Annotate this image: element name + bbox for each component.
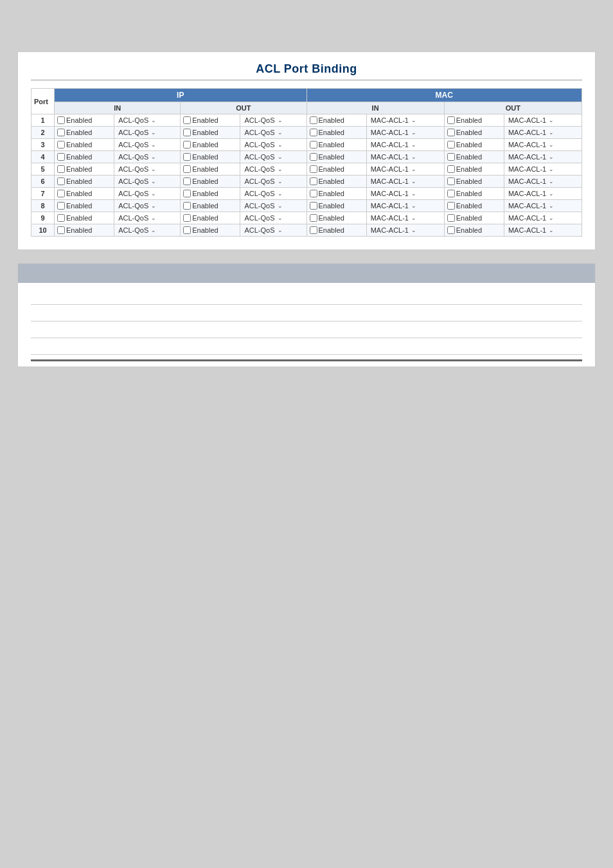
enabled-checkbox[interactable] [183,214,191,222]
acl-enabled-cell: Enabled [306,151,366,163]
dropdown-icon[interactable]: ⌄ [278,154,283,160]
dropdown-icon[interactable]: ⌄ [151,117,156,123]
dropdown-icon[interactable]: ⌄ [549,129,554,136]
bottom-line-3 [31,321,582,338]
dropdown-icon[interactable]: ⌄ [411,129,416,136]
dropdown-icon[interactable]: ⌄ [151,129,156,136]
dropdown-icon[interactable]: ⌄ [278,190,283,197]
enabled-checkbox[interactable] [57,141,65,149]
dropdown-icon[interactable]: ⌄ [549,227,554,233]
dropdown-icon[interactable]: ⌄ [151,203,156,209]
enabled-checkbox[interactable] [310,116,317,124]
enabled-checkbox[interactable] [57,153,65,161]
enabled-checkbox[interactable] [57,165,65,173]
th-mac-in: IN [306,102,444,114]
dropdown-icon[interactable]: ⌄ [411,141,416,148]
dropdown-icon[interactable]: ⌄ [278,117,283,123]
enabled-checkbox[interactable] [310,141,317,149]
enabled-checkbox[interactable] [447,116,455,124]
enabled-checkbox[interactable] [57,214,65,222]
dropdown-icon[interactable]: ⌄ [278,141,283,148]
enabled-checkbox[interactable] [183,177,191,185]
enabled-checkbox[interactable] [447,190,455,197]
enabled-checkbox[interactable] [183,202,191,210]
dropdown-icon[interactable]: ⌄ [151,154,156,160]
enabled-checkbox[interactable] [57,177,65,185]
dropdown-icon[interactable]: ⌄ [549,141,554,148]
enabled-checkbox[interactable] [447,177,455,185]
enabled-checkbox[interactable] [447,141,455,149]
acl-name-label: MAC-ACL-1 [371,129,409,136]
dropdown-icon[interactable]: ⌄ [151,178,156,185]
dropdown-icon[interactable]: ⌄ [411,215,416,221]
enabled-checkbox[interactable] [57,129,65,136]
acl-name-label: MAC-ACL-1 [371,202,409,210]
dropdown-icon[interactable]: ⌄ [411,203,416,209]
enabled-checkbox[interactable] [447,202,455,210]
acl-select-cell: MAC-ACL-1⌄ [504,188,582,200]
acl-name-label: ACL-QoS [244,202,274,210]
enabled-checkbox[interactable] [183,129,191,136]
dropdown-icon[interactable]: ⌄ [549,166,554,172]
enabled-checkbox[interactable] [183,226,191,234]
enabled-checkbox[interactable] [447,153,455,161]
dropdown-icon[interactable]: ⌄ [411,154,416,160]
enabled-checkbox[interactable] [183,116,191,124]
dropdown-icon[interactable]: ⌄ [278,227,283,233]
enabled-checkbox[interactable] [447,226,455,234]
enabled-label: Enabled [192,202,218,210]
enabled-checkbox[interactable] [310,177,317,185]
dropdown-icon[interactable]: ⌄ [549,117,554,123]
enabled-checkbox[interactable] [57,202,65,210]
dropdown-icon[interactable]: ⌄ [549,215,554,221]
acl-name-label: ACL-QoS [244,141,274,149]
dropdown-icon[interactable]: ⌄ [411,117,416,123]
acl-select-cell: MAC-ACL-1⌄ [366,224,444,237]
enabled-checkbox[interactable] [310,226,317,234]
enabled-checkbox[interactable] [57,116,65,124]
enabled-checkbox[interactable] [310,129,317,136]
bottom-header [18,264,595,283]
dropdown-icon[interactable]: ⌄ [549,154,554,160]
dropdown-icon[interactable]: ⌄ [151,215,156,221]
acl-enabled-cell: Enabled [55,200,114,212]
enabled-checkbox[interactable] [57,226,65,234]
enabled-checkbox[interactable] [57,190,65,197]
port-cell: 3 [31,139,55,151]
acl-select-cell: MAC-ACL-1⌄ [504,151,582,163]
dropdown-icon[interactable]: ⌄ [151,141,156,148]
enabled-checkbox[interactable] [447,165,455,173]
enabled-checkbox[interactable] [310,190,317,197]
acl-enabled-cell: Enabled [181,114,240,127]
enabled-checkbox[interactable] [310,153,317,161]
enabled-checkbox[interactable] [183,165,191,173]
acl-select-cell: ACL-QoS⌄ [114,127,181,139]
table-row: 9EnabledACL-QoS⌄EnabledACL-QoS⌄EnabledMA… [31,212,582,224]
enabled-checkbox[interactable] [183,153,191,161]
dropdown-icon[interactable]: ⌄ [151,227,156,233]
enabled-checkbox[interactable] [310,214,317,222]
dropdown-icon[interactable]: ⌄ [151,166,156,172]
dropdown-icon[interactable]: ⌄ [411,166,416,172]
dropdown-icon[interactable]: ⌄ [549,178,554,185]
enabled-checkbox[interactable] [310,202,317,210]
enabled-checkbox[interactable] [183,141,191,149]
dropdown-icon[interactable]: ⌄ [278,215,283,221]
enabled-checkbox[interactable] [183,190,191,197]
dropdown-icon[interactable]: ⌄ [278,178,283,185]
dropdown-icon[interactable]: ⌄ [411,227,416,233]
enabled-checkbox[interactable] [447,129,455,136]
dropdown-icon[interactable]: ⌄ [278,203,283,209]
dropdown-icon[interactable]: ⌄ [549,190,554,197]
dropdown-icon[interactable]: ⌄ [411,190,416,197]
enabled-checkbox[interactable] [310,165,317,173]
dropdown-icon[interactable]: ⌄ [411,178,416,185]
enabled-checkbox[interactable] [447,214,455,222]
enabled-label: Enabled [456,226,482,234]
dropdown-icon[interactable]: ⌄ [278,166,283,172]
dropdown-icon[interactable]: ⌄ [151,190,156,197]
th-ip-out: OUT [181,102,306,114]
acl-select-cell: MAC-ACL-1⌄ [504,212,582,224]
dropdown-icon[interactable]: ⌄ [278,129,283,136]
dropdown-icon[interactable]: ⌄ [549,203,554,209]
